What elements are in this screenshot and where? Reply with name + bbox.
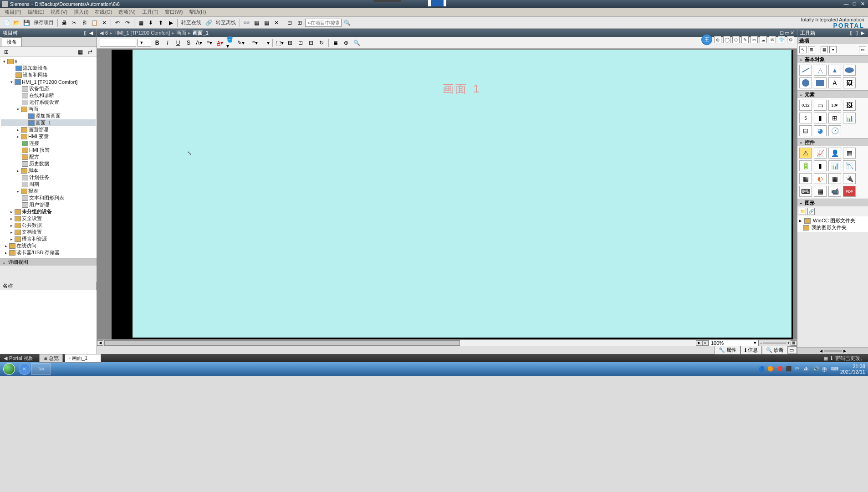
toolbox-close-icon[interactable]: ▶ [860, 30, 865, 36]
toolbox-hide-icon[interactable]: ▯ [854, 30, 859, 36]
tree-online-access[interactable]: ▸在线访问 [1, 242, 96, 249]
compile-button[interactable]: ▦ [136, 18, 145, 27]
tool-symbol-lib[interactable]: 📊 [843, 113, 856, 123]
minimize-button[interactable]: — [842, 1, 850, 7]
menu-edit[interactable]: 编辑(E) [25, 8, 47, 16]
tool-rectangle[interactable] [814, 77, 827, 88]
zoom-out-icon[interactable]: − [760, 341, 762, 345]
tree-add-screen[interactable]: 添加新画面 [1, 113, 96, 119]
tool-3[interactable]: ▦ [262, 18, 271, 27]
tray-icon-4[interactable]: ⬛ [786, 366, 792, 372]
go-offline-label[interactable]: 转至离线 [214, 19, 238, 26]
elements-header[interactable]: ⌄元素 [797, 91, 868, 98]
ctrl-pdf-view[interactable]: PDF [843, 186, 856, 197]
ctrl-html[interactable]: ▦ [843, 148, 856, 159]
zoom-in-icon[interactable]: + [787, 341, 790, 345]
ctrl-wlan[interactable]: ▦ [828, 173, 841, 184]
underline-button[interactable]: U [174, 38, 183, 47]
distribute-button[interactable]: ⊟ [306, 38, 316, 47]
align-button[interactable]: ≡▾ [205, 38, 214, 47]
tree-recipes[interactable]: 配方 [1, 154, 96, 160]
opt-expand[interactable]: ▭ [859, 46, 866, 53]
scroll-thumb[interactable] [104, 340, 460, 346]
tray-clock[interactable]: 21:38 2021/12/11 [840, 364, 865, 374]
tray-icon-1[interactable]: 🔵 [758, 366, 765, 372]
options-header[interactable]: 选项 [797, 37, 868, 44]
tree-tab-devices[interactable]: 设备 [2, 37, 22, 46]
tray-icon-2[interactable]: 🟠 [767, 366, 774, 372]
tree-view-icon[interactable]: ▦ [76, 47, 85, 56]
breadcrumb-nav-back[interactable]: ◀ [100, 30, 103, 36]
task-tia[interactable]: TIA [31, 363, 51, 375]
tree-hmi[interactable]: ▾HMI_1 [TP1200 Comfort] [1, 78, 96, 85]
graphics-link-icon[interactable]: 🔗 [807, 208, 815, 215]
strike-button[interactable]: S [184, 38, 193, 47]
opt-3[interactable]: ▦ [821, 46, 828, 53]
tool-gear[interactable]: ⚙ [787, 36, 794, 43]
graphics-header[interactable]: ⌄图形 [797, 199, 868, 206]
ctrl-status[interactable]: 🔋 [799, 160, 812, 171]
tree-card-reader[interactable]: ▸读卡器/USB 存储器 [1, 249, 96, 256]
toolbox-pin-icon[interactable]: ▯ [849, 30, 853, 36]
split-h-button[interactable]: ⊟ [285, 18, 294, 27]
ctrl-alarm[interactable]: ⚠ [799, 148, 812, 159]
tool-button[interactable]: ▭ [814, 100, 827, 111]
tool-slider[interactable]: ⊟ [799, 125, 812, 136]
font-style-button[interactable]: A▾ [194, 38, 204, 47]
tree-text-graphic[interactable]: 文本和图形列表 [1, 195, 96, 201]
hmi-screen[interactable]: 画面 1 ⤡ [133, 50, 791, 338]
line-weight-button[interactable]: —▾ [261, 38, 270, 47]
controls-header[interactable]: ⌄控件 [797, 138, 868, 146]
tool-cloud[interactable]: ☁ [760, 36, 767, 43]
opt-pointer[interactable]: ↖ [799, 46, 807, 53]
tool-msg[interactable]: ✉ [769, 36, 776, 43]
tray-network-icon[interactable]: 🖧 [804, 366, 810, 372]
doc-tab-screen1[interactable]: ▫ 画面_1 [65, 354, 101, 363]
fill-color-button[interactable]: 🪣▾ [226, 38, 235, 47]
go-online-icon[interactable]: 🔗 [204, 18, 213, 27]
tool-center[interactable]: ⊕ [714, 36, 721, 43]
tree-user-admin[interactable]: 用户管理 [1, 201, 96, 208]
tool-1[interactable]: 👓 [242, 18, 251, 27]
breadcrumb-1[interactable]: 6 [105, 30, 108, 36]
download-button[interactable]: ⬇ [146, 18, 155, 27]
ctrl-keyboard[interactable]: ⌨ [799, 186, 812, 197]
ctrl-trend[interactable]: 📈 [814, 148, 827, 159]
overview-tab[interactable]: ⊞ 总览 [39, 354, 63, 363]
tree-hmi-tags[interactable]: ▸HMI 变量 [1, 133, 96, 140]
redo-button[interactable]: ↷ [123, 18, 132, 27]
paste-button[interactable]: 📋 [90, 18, 99, 27]
tool-ellipse[interactable] [843, 65, 856, 76]
tool-datetime[interactable]: 5 [799, 113, 812, 123]
tool-line[interactable] [799, 65, 812, 76]
menu-view[interactable]: 视图(V) [48, 8, 70, 16]
start-button[interactable] [0, 362, 18, 376]
layer-button[interactable]: ≣ [331, 38, 340, 47]
menu-tools[interactable]: 工具(T) [139, 8, 161, 16]
menu-project[interactable]: 项目(P) [2, 8, 24, 16]
font-size-combo[interactable]: ▾ [138, 39, 151, 47]
tool-stop[interactable]: ✕ [272, 18, 281, 27]
tray-icon-3[interactable]: 🔴 [776, 366, 783, 372]
tool-switch[interactable]: ⊞ [828, 113, 841, 123]
zoom-button[interactable]: 🔍 [352, 38, 361, 47]
line-color-button[interactable]: ✎▾ [236, 38, 245, 47]
tool-circle[interactable]: ⊙ [732, 36, 740, 43]
tool-cut[interactable]: ✂ [751, 36, 758, 43]
ctrl-printers[interactable]: ▦ [814, 186, 827, 197]
menu-insert[interactable]: 插入(I) [71, 8, 91, 16]
tree-add-device[interactable]: 添加新设备 [1, 65, 96, 72]
tool-graphic-io[interactable]: 🖼 [843, 100, 856, 111]
tree-screen-mgmt[interactable]: ▸画面管理 [1, 126, 96, 133]
open-project-button[interactable]: 📂 [12, 18, 21, 27]
menu-window[interactable]: 窗口(W) [162, 8, 186, 16]
ctrl-camera[interactable]: 📹 [828, 186, 841, 197]
arrange-button[interactable]: ⬚▾ [275, 38, 284, 47]
bold-button[interactable]: B [153, 38, 162, 47]
graphics-new-icon[interactable]: 📁 [799, 208, 806, 215]
scroll-left-icon[interactable]: ◀ [97, 340, 103, 346]
menu-help[interactable]: 帮助(H) [186, 8, 209, 16]
tool-text[interactable]: A [828, 77, 841, 88]
save-button[interactable]: 💾 [22, 18, 31, 27]
tool-polygon[interactable]: ▲ [828, 65, 841, 76]
